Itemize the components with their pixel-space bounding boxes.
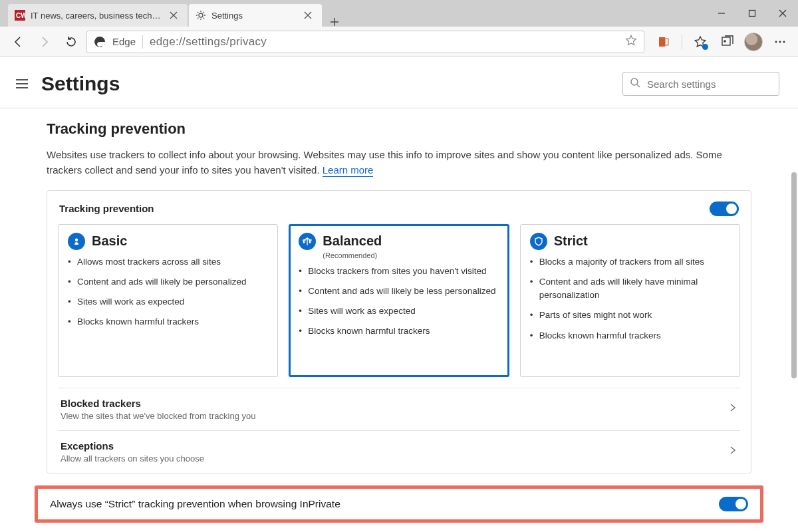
tab-strip: CW IT news, careers, business technology… [0, 0, 706, 27]
window-controls [706, 0, 798, 27]
close-icon[interactable] [169, 11, 178, 20]
favorites-button[interactable] [689, 31, 712, 53]
svg-rect-13 [659, 37, 665, 47]
toolbar-separator [682, 35, 682, 49]
page-title: Settings [41, 72, 120, 95]
level-bullet: Blocks known harmful trackers [530, 329, 730, 342]
close-window-button[interactable] [767, 0, 798, 27]
tab-title: Settings [211, 11, 298, 21]
tracking-prevention-label: Tracking prevention [59, 203, 154, 214]
svg-point-16 [775, 41, 777, 43]
chevron-right-icon [728, 446, 737, 458]
address-bar[interactable]: Edge edge://settings/privacy [86, 31, 644, 53]
new-tab-button[interactable] [323, 17, 346, 27]
cw-favicon: CW [15, 10, 25, 21]
level-bullet: Sites will work as expected [299, 305, 499, 318]
level-bullet: Content and ads will likely have minimal… [530, 275, 730, 303]
level-bullet: Blocks known harmful trackers [68, 315, 268, 329]
svg-point-2 [199, 13, 203, 17]
edge-icon [94, 36, 106, 48]
blocked-trackers-row[interactable]: Blocked trackers View the sites that we'… [58, 388, 740, 430]
site-identity-label: Edge [112, 36, 136, 47]
row-title: Blocked trackers [61, 398, 255, 409]
profile-avatar[interactable] [742, 31, 765, 53]
gear-icon [196, 10, 206, 21]
strict-icon [530, 233, 547, 250]
level-bullet: Blocks trackers from sites you haven't v… [299, 265, 499, 278]
section-description: Websites use trackers to collect info ab… [47, 147, 751, 178]
svg-line-20 [637, 84, 640, 87]
maximize-button[interactable] [737, 0, 767, 27]
basic-icon [68, 233, 85, 250]
level-bullet: Content and ads will likely be less pers… [299, 285, 499, 298]
minimize-button[interactable] [706, 0, 737, 27]
address-url: edge://settings/privacy [150, 35, 618, 49]
address-separator [142, 35, 143, 49]
level-bullet: Blocks known harmful trackers [299, 325, 499, 338]
toolbar-actions [648, 31, 791, 53]
strict-inprivate-label: Always use “Strict” tracking prevention … [50, 498, 340, 510]
browser-toolbar: Edge edge://settings/privacy [0, 27, 798, 57]
more-menu-button[interactable] [769, 31, 791, 53]
back-button[interactable] [7, 31, 29, 53]
svg-point-18 [783, 41, 785, 43]
level-subtitle: (Recommended) [323, 251, 499, 259]
tracking-prevention-card: Tracking prevention Basic Allows most tr… [47, 190, 751, 473]
tab-settings[interactable]: Settings [189, 4, 322, 27]
refresh-button[interactable] [60, 31, 82, 53]
balanced-icon [299, 233, 316, 250]
svg-rect-14 [665, 39, 668, 45]
svg-text:CW: CW [16, 12, 25, 19]
level-title: Basic [92, 233, 127, 249]
row-desc: Allow all trackers on sites you choose [61, 454, 204, 464]
svg-point-19 [631, 78, 638, 85]
favorite-star-icon[interactable] [625, 35, 637, 49]
row-desc: View the sites that we've blocked from t… [61, 411, 255, 421]
tracking-level-strict[interactable]: Strict Blocks a majority of trackers fro… [520, 224, 740, 377]
level-bullet: Allows most trackers across all sites [68, 255, 268, 269]
svg-line-9 [203, 12, 204, 13]
search-settings-field[interactable] [622, 72, 779, 96]
level-title: Balanced [323, 233, 382, 249]
tracking-level-balanced[interactable]: Balanced (Recommended) Blocks trackers f… [289, 224, 509, 377]
level-bullet: Content and ads will likely be personali… [68, 275, 268, 289]
level-bullet: Blocks a majority of trackers from all s… [530, 255, 730, 269]
svg-point-17 [779, 41, 781, 43]
svg-line-7 [198, 12, 198, 13]
learn-more-link[interactable]: Learn more [323, 164, 374, 177]
chevron-right-icon [728, 403, 737, 415]
svg-line-10 [198, 18, 198, 19]
tab-title: IT news, careers, business technology [31, 11, 164, 21]
office-extension-icon[interactable] [652, 31, 675, 53]
tab-it-news[interactable]: CW IT news, careers, business technology [8, 4, 188, 27]
section-description-text: Websites use trackers to collect info ab… [47, 149, 722, 176]
settings-content: Tracking prevention Websites use tracker… [0, 108, 798, 473]
svg-line-8 [203, 18, 204, 19]
tracking-levels: Basic Allows most trackers across all si… [58, 224, 740, 377]
exceptions-row[interactable]: Exceptions Allow all trackers on sites y… [58, 430, 740, 473]
strict-inprivate-toggle[interactable] [719, 497, 748, 511]
avatar-icon [744, 33, 763, 51]
search-settings-input[interactable] [647, 78, 772, 90]
menu-icon[interactable] [15, 76, 29, 91]
level-title: Strict [554, 233, 588, 249]
forward-button[interactable] [33, 31, 56, 53]
window-title-bar: CW IT news, careers, business technology… [0, 0, 798, 27]
level-bullet: Sites will work as expected [68, 295, 268, 309]
close-icon[interactable] [303, 11, 313, 20]
strict-inprivate-row[interactable]: Always use “Strict” tracking prevention … [35, 485, 763, 523]
svg-rect-12 [749, 11, 755, 17]
tracking-level-basic[interactable]: Basic Allows most trackers across all si… [58, 224, 278, 377]
level-bullet: Parts of sites might not work [530, 309, 730, 322]
section-title: Tracking prevention [47, 120, 755, 138]
search-icon [630, 77, 640, 90]
tracking-prevention-toggle[interactable] [710, 201, 739, 216]
collections-button[interactable] [716, 31, 738, 53]
row-title: Exceptions [61, 440, 204, 452]
settings-header: Settings [0, 57, 798, 108]
